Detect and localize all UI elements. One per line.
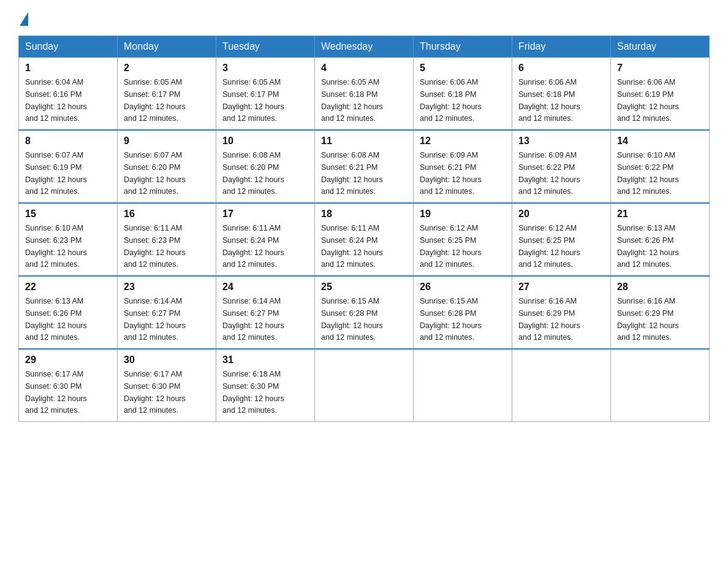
calendar-cell: 26 Sunrise: 6:15 AMSunset: 6:28 PMDaylig… [414,276,512,349]
calendar-cell: 22 Sunrise: 6:13 AMSunset: 6:26 PMDaylig… [19,276,118,349]
calendar-cell: 10 Sunrise: 6:08 AMSunset: 6:20 PMDaylig… [216,130,315,203]
day-info: Sunrise: 6:10 AMSunset: 6:22 PMDaylight:… [617,151,679,196]
calendar-cell: 16 Sunrise: 6:11 AMSunset: 6:23 PMDaylig… [118,203,216,276]
day-info: Sunrise: 6:16 AMSunset: 6:29 PMDaylight:… [518,297,580,342]
calendar-cell: 9 Sunrise: 6:07 AMSunset: 6:20 PMDayligh… [118,130,216,203]
day-info: Sunrise: 6:17 AMSunset: 6:30 PMDaylight:… [124,370,186,415]
day-number: 20 [518,209,604,220]
day-number: 5 [420,63,506,74]
day-number: 21 [617,209,703,220]
day-number: 15 [25,209,111,220]
day-info: Sunrise: 6:09 AMSunset: 6:21 PMDaylight:… [420,151,482,196]
day-info: Sunrise: 6:12 AMSunset: 6:25 PMDaylight:… [518,224,580,269]
calendar-table: SundayMondayTuesdayWednesdayThursdayFrid… [18,36,710,422]
weekday-header-monday: Monday [118,36,216,58]
day-info: Sunrise: 6:11 AMSunset: 6:24 PMDaylight:… [321,224,383,269]
calendar-cell: 17 Sunrise: 6:11 AMSunset: 6:24 PMDaylig… [216,203,315,276]
calendar-week-5: 29 Sunrise: 6:17 AMSunset: 6:30 PMDaylig… [19,349,710,422]
day-number: 1 [25,63,111,74]
day-number: 4 [321,63,407,74]
day-info: Sunrise: 6:04 AMSunset: 6:16 PMDaylight:… [25,78,87,123]
weekday-header-sunday: Sunday [19,36,118,58]
day-number: 3 [222,63,308,74]
calendar-cell: 15 Sunrise: 6:10 AMSunset: 6:23 PMDaylig… [19,203,118,276]
day-number: 18 [321,209,407,220]
day-number: 8 [25,136,111,147]
day-number: 30 [124,354,210,366]
day-info: Sunrise: 6:17 AMSunset: 6:30 PMDaylight:… [25,370,87,415]
calendar-cell: 21 Sunrise: 6:13 AMSunset: 6:26 PMDaylig… [611,203,710,276]
calendar-cell: 31 Sunrise: 6:18 AMSunset: 6:30 PMDaylig… [216,349,315,422]
day-number: 12 [420,136,506,147]
day-number: 11 [321,136,407,147]
calendar-cell: 20 Sunrise: 6:12 AMSunset: 6:25 PMDaylig… [512,203,611,276]
day-info: Sunrise: 6:14 AMSunset: 6:27 PMDaylight:… [222,297,284,342]
day-number: 6 [518,63,604,74]
day-info: Sunrise: 6:13 AMSunset: 6:26 PMDaylight:… [25,297,87,342]
day-number: 26 [420,282,506,293]
day-number: 31 [222,354,308,366]
calendar-cell: 24 Sunrise: 6:14 AMSunset: 6:27 PMDaylig… [216,276,315,349]
calendar-cell: 30 Sunrise: 6:17 AMSunset: 6:30 PMDaylig… [118,349,216,422]
day-number: 2 [124,63,210,74]
day-number: 9 [124,136,210,147]
calendar-cell: 28 Sunrise: 6:16 AMSunset: 6:29 PMDaylig… [611,276,710,349]
day-info: Sunrise: 6:16 AMSunset: 6:29 PMDaylight:… [617,297,679,342]
day-info: Sunrise: 6:05 AMSunset: 6:17 PMDaylight:… [124,78,186,123]
day-number: 29 [25,354,111,366]
day-info: Sunrise: 6:15 AMSunset: 6:28 PMDaylight:… [321,297,383,342]
calendar-week-1: 1 Sunrise: 6:04 AMSunset: 6:16 PMDayligh… [19,58,710,131]
day-info: Sunrise: 6:07 AMSunset: 6:19 PMDaylight:… [25,151,87,196]
day-info: Sunrise: 6:12 AMSunset: 6:25 PMDaylight:… [420,224,482,269]
day-number: 24 [222,282,308,293]
weekday-header-saturday: Saturday [611,36,710,58]
calendar-cell: 1 Sunrise: 6:04 AMSunset: 6:16 PMDayligh… [19,58,118,131]
weekday-header-friday: Friday [512,36,611,58]
calendar-cell: 8 Sunrise: 6:07 AMSunset: 6:19 PMDayligh… [19,130,118,203]
day-info: Sunrise: 6:06 AMSunset: 6:18 PMDaylight:… [420,78,482,123]
day-info: Sunrise: 6:05 AMSunset: 6:18 PMDaylight:… [321,78,383,123]
logo [18,12,28,23]
calendar-cell: 4 Sunrise: 6:05 AMSunset: 6:18 PMDayligh… [315,58,414,131]
calendar-cell: 11 Sunrise: 6:08 AMSunset: 6:21 PMDaylig… [315,130,414,203]
calendar-cell [611,349,710,422]
day-number: 28 [617,282,703,293]
day-info: Sunrise: 6:08 AMSunset: 6:21 PMDaylight:… [321,151,383,196]
calendar-cell: 12 Sunrise: 6:09 AMSunset: 6:21 PMDaylig… [414,130,512,203]
day-info: Sunrise: 6:07 AMSunset: 6:20 PMDaylight:… [124,151,186,196]
day-info: Sunrise: 6:10 AMSunset: 6:23 PMDaylight:… [25,224,87,269]
weekday-header-tuesday: Tuesday [216,36,315,58]
day-info: Sunrise: 6:14 AMSunset: 6:27 PMDaylight:… [124,297,186,342]
weekday-header-thursday: Thursday [414,36,512,58]
calendar-cell: 2 Sunrise: 6:05 AMSunset: 6:17 PMDayligh… [118,58,216,131]
day-number: 13 [518,136,604,147]
day-number: 19 [420,209,506,220]
calendar-week-2: 8 Sunrise: 6:07 AMSunset: 6:19 PMDayligh… [19,130,710,203]
calendar-cell: 7 Sunrise: 6:06 AMSunset: 6:19 PMDayligh… [611,58,710,131]
logo-triangle-icon [20,12,28,26]
day-info: Sunrise: 6:13 AMSunset: 6:26 PMDaylight:… [617,224,679,269]
calendar-cell: 6 Sunrise: 6:06 AMSunset: 6:18 PMDayligh… [512,58,611,131]
calendar-cell: 14 Sunrise: 6:10 AMSunset: 6:22 PMDaylig… [611,130,710,203]
calendar-cell: 18 Sunrise: 6:11 AMSunset: 6:24 PMDaylig… [315,203,414,276]
day-info: Sunrise: 6:11 AMSunset: 6:23 PMDaylight:… [124,224,186,269]
calendar-cell: 13 Sunrise: 6:09 AMSunset: 6:22 PMDaylig… [512,130,611,203]
calendar-cell: 27 Sunrise: 6:16 AMSunset: 6:29 PMDaylig… [512,276,611,349]
calendar-cell: 23 Sunrise: 6:14 AMSunset: 6:27 PMDaylig… [118,276,216,349]
day-info: Sunrise: 6:15 AMSunset: 6:28 PMDaylight:… [420,297,482,342]
day-number: 10 [222,136,308,147]
day-info: Sunrise: 6:11 AMSunset: 6:24 PMDaylight:… [222,224,284,269]
day-info: Sunrise: 6:06 AMSunset: 6:18 PMDaylight:… [518,78,580,123]
calendar-cell: 3 Sunrise: 6:05 AMSunset: 6:17 PMDayligh… [216,58,315,131]
weekday-header-wednesday: Wednesday [315,36,414,58]
calendar-cell [512,349,611,422]
day-info: Sunrise: 6:18 AMSunset: 6:30 PMDaylight:… [222,370,284,415]
day-info: Sunrise: 6:09 AMSunset: 6:22 PMDaylight:… [518,151,580,196]
day-info: Sunrise: 6:08 AMSunset: 6:20 PMDaylight:… [222,151,284,196]
day-number: 16 [124,209,210,220]
calendar-cell: 29 Sunrise: 6:17 AMSunset: 6:30 PMDaylig… [19,349,118,422]
day-number: 14 [617,136,703,147]
calendar-cell [315,349,414,422]
day-number: 27 [518,282,604,293]
calendar-week-3: 15 Sunrise: 6:10 AMSunset: 6:23 PMDaylig… [19,203,710,276]
